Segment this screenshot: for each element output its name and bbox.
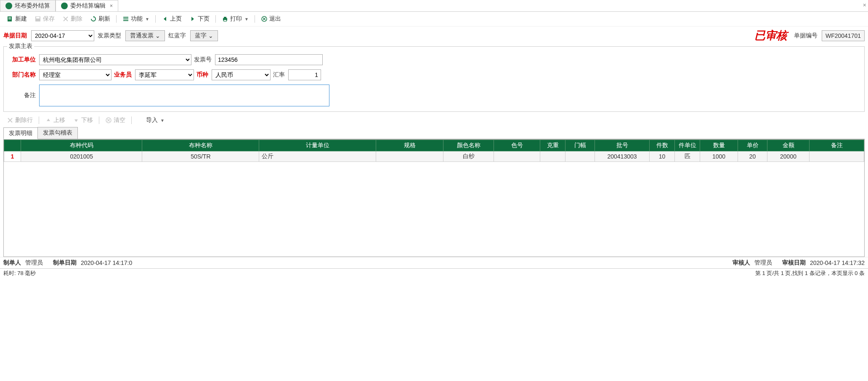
close-icon[interactable]: × [110, 3, 113, 9]
svg-rect-12 [224, 17, 226, 18]
curr-select[interactable]: 人民币 [212, 69, 271, 80]
refresh-button[interactable]: 刷新 [87, 14, 114, 24]
invno-input[interactable] [215, 54, 323, 65]
clear-button[interactable]: 清空 [102, 115, 129, 125]
remark-label: 备注 [9, 92, 36, 99]
moveup-button[interactable]: 上移 [42, 115, 69, 125]
svg-rect-1 [8, 17, 11, 18]
prev-icon [162, 16, 168, 22]
btn-label: 下移 [81, 116, 93, 124]
redblue-select[interactable]: 蓝字⌄ [190, 30, 218, 41]
cell-remark[interactable] [810, 151, 864, 162]
tab-label: 坯布委外结算 [15, 2, 50, 10]
col-amt[interactable]: 金额 [767, 140, 810, 151]
main-toolbar: 新建 保存 删除 刷新 功能 ▼ 上页 下页 打印 ▼ 退出 [0, 12, 868, 26]
cell-qty[interactable]: 1000 [700, 151, 738, 162]
supplier-label: 加工单位 [9, 56, 36, 64]
delete-icon [62, 16, 69, 22]
list-icon [122, 16, 129, 22]
save-button[interactable]: 保存 [31, 14, 58, 24]
fieldset-legend: 发票主表 [7, 42, 34, 50]
col-spec[interactable]: 规格 [376, 140, 443, 151]
exit-icon [261, 16, 268, 22]
new-button[interactable]: 新建 [3, 14, 30, 24]
col-colorno[interactable]: 色号 [494, 140, 540, 151]
makedate-value: 2020-04-17 14:17:0 [81, 259, 132, 266]
print-icon [222, 16, 228, 22]
cell-width[interactable] [565, 151, 595, 162]
movedown-button[interactable]: 下移 [69, 115, 96, 125]
col-remark[interactable]: 备注 [810, 140, 864, 151]
supplier-select[interactable]: 杭州电化集团有限公司 [39, 54, 191, 65]
delete-button[interactable]: 删除 [59, 14, 86, 24]
top-form: 单据日期 2020-04-17 发票类型 普通发票⌄ 红蓝字 蓝字⌄ 已审核 单… [0, 26, 868, 45]
btn-label: 打印 [230, 15, 242, 23]
col-colorname[interactable]: 颜色名称 [443, 140, 494, 151]
redblue-label: 红蓝字 [168, 32, 186, 40]
btn-label: 导入 [146, 116, 158, 124]
cell-spec[interactable] [376, 151, 443, 162]
cell-pcsunit[interactable]: 匹 [675, 151, 700, 162]
makedate-label: 制单日期 [53, 259, 77, 267]
btn-label: 上页 [170, 15, 182, 23]
invtype-select[interactable]: 普通发票⌄ [125, 30, 165, 41]
detail-tabs: 发票明细 发票勾稽表 [3, 127, 865, 139]
cell-colorno[interactable] [494, 151, 540, 162]
cell-name[interactable]: 50S/TR [142, 151, 259, 162]
dept-select[interactable]: 经理室 [39, 69, 111, 80]
grid-empty-area[interactable] [4, 162, 864, 257]
footer-bar: 制单人 管理员 制单日期 2020-04-17 14:17:0 审核人 管理员 … [0, 257, 868, 268]
header-row: 布种代码 布种名称 计量单位 规格 颜色名称 色号 克重 门幅 批号 件数 件单… [4, 140, 864, 151]
import-button[interactable]: 导入 ▼ [134, 115, 168, 125]
detail-grid: 布种代码 布种名称 计量单位 规格 颜色名称 色号 克重 门幅 批号 件数 件单… [3, 139, 865, 257]
rate-input[interactable] [288, 69, 321, 80]
sales-select[interactable]: 李延军 [135, 69, 194, 80]
prev-button[interactable]: 上页 [158, 14, 185, 24]
rate-label: 汇率 [273, 71, 285, 79]
arrow-up-icon [45, 117, 52, 124]
window-tabs: 坯布委外结算 委外结算编辑 × × [0, 0, 868, 12]
cell-lot[interactable]: 200413003 [595, 151, 650, 162]
exit-button[interactable]: 退出 [257, 14, 284, 24]
close-icon[interactable]: × [863, 2, 866, 8]
save-icon [35, 16, 41, 22]
col-width[interactable]: 门幅 [565, 140, 595, 151]
col-qty[interactable]: 数量 [700, 140, 738, 151]
col-gram[interactable]: 克重 [540, 140, 565, 151]
svg-rect-3 [8, 19, 11, 19]
next-button[interactable]: 下页 [186, 14, 213, 24]
audited-stamp: 已审核 [754, 28, 787, 43]
detail-toolbar: 删除行 上移 下移 清空 导入 ▼ [0, 114, 868, 127]
btn-label: 删除 [71, 15, 82, 23]
col-lot[interactable]: 批号 [595, 140, 650, 151]
col-unit[interactable]: 计量单位 [259, 140, 376, 151]
tab-edit[interactable]: 委外结算编辑 × [56, 0, 118, 11]
cell-amt[interactable]: 20000 [767, 151, 810, 162]
invoice-main-fieldset: 发票主表 加工单位 杭州电化集团有限公司 发票号 部门名称 经理室 业务员 李延… [3, 46, 865, 112]
col-price[interactable]: 单价 [738, 140, 767, 151]
col-name[interactable]: 布种名称 [142, 140, 259, 151]
func-button[interactable]: 功能 ▼ [119, 14, 153, 24]
cell-unit[interactable]: 公斤 [259, 151, 376, 162]
auditdate-value: 2020-04-17 14:17:32 [810, 259, 865, 266]
remark-input[interactable] [39, 85, 329, 106]
delrow-button[interactable]: 删除行 [3, 115, 36, 125]
cell-pcs[interactable]: 10 [650, 151, 675, 162]
col-code[interactable]: 布种代码 [21, 140, 142, 151]
cell-colorname[interactable]: 白纱 [443, 151, 494, 162]
cell-code[interactable]: 0201005 [21, 151, 142, 162]
tab-list[interactable]: 坯布委外结算 [0, 0, 56, 11]
col-pcsunit[interactable]: 件单位 [675, 140, 700, 151]
tab-check[interactable]: 发票勾稽表 [37, 127, 78, 139]
billdate-input[interactable]: 2020-04-17 [31, 30, 94, 41]
cell-gram[interactable] [540, 151, 565, 162]
col-pcs[interactable]: 件数 [650, 140, 675, 151]
tab-detail[interactable]: 发票明细 [3, 127, 38, 139]
btn-label: 刷新 [98, 15, 110, 23]
table-row[interactable]: 1 0201005 50S/TR 公斤 白纱 200413003 10 匹 10… [4, 151, 864, 162]
btn-label: 新建 [15, 15, 27, 23]
auditor-label: 审核人 [733, 259, 750, 267]
svg-rect-10 [123, 20, 128, 21]
print-button[interactable]: 打印 ▼ [218, 14, 252, 24]
cell-price[interactable]: 20 [738, 151, 767, 162]
